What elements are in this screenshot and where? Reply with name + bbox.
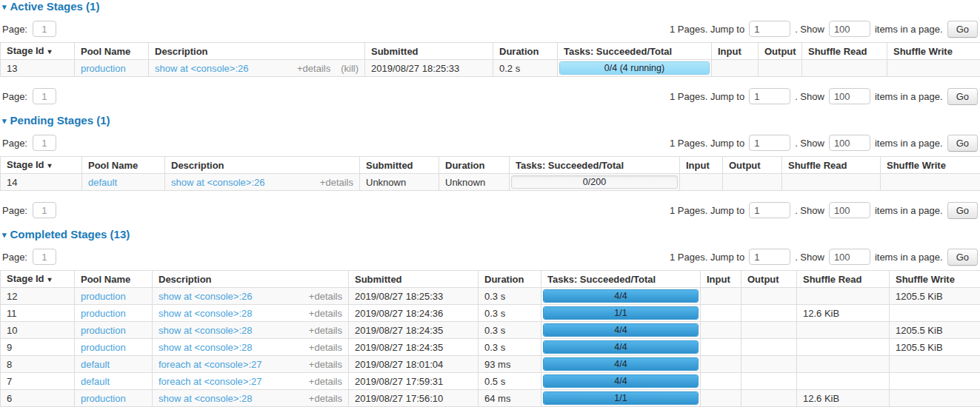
page-size-input[interactable] (829, 202, 870, 218)
go-button[interactable]: Go (947, 88, 978, 105)
col-header-shuffle-read[interactable]: Shuffle Read (797, 271, 890, 288)
kill-link[interactable]: (kill) (341, 63, 359, 74)
description-link[interactable]: foreach at <console>:27 (159, 359, 262, 370)
page-number-input[interactable] (33, 202, 56, 218)
duration-cell-text: 93 ms (484, 359, 510, 370)
description-link[interactable]: show at <console>:28 (159, 308, 252, 319)
details-toggle[interactable]: +details (309, 359, 342, 370)
col-header-tasks[interactable]: Tasks: Succeeded/Total (541, 271, 701, 288)
col-header-description[interactable]: Description (165, 157, 360, 174)
duration-cell: Unknown (439, 174, 510, 191)
details-toggle[interactable]: +details (309, 342, 342, 353)
col-header-output[interactable]: Output (759, 43, 802, 60)
col-header-submitted[interactable]: Submitted (365, 43, 493, 60)
jump-to-page-input[interactable] (749, 88, 790, 104)
page-number-input[interactable] (33, 21, 56, 37)
col-header-output[interactable]: Output (723, 157, 782, 174)
details-toggle[interactable]: +details (320, 177, 353, 188)
jump-to-page-input[interactable] (749, 202, 790, 218)
details-toggle[interactable]: +details (297, 63, 330, 74)
col-header-input[interactable]: Input (712, 43, 759, 60)
show-label: . Show (795, 138, 824, 149)
submitted-cell-text: 2019/08/27 18:25:33 (355, 291, 443, 302)
col-header-shuffle-write[interactable]: Shuffle Write (881, 157, 980, 174)
pool-name-link[interactable]: default (88, 177, 117, 188)
go-button[interactable]: Go (947, 21, 978, 38)
pool-name-link[interactable]: production (81, 308, 126, 319)
description-link[interactable]: show at <console>:28 (159, 342, 252, 353)
col-header-label: Tasks: Succeeded/Total (516, 160, 624, 171)
col-header-pool-name[interactable]: Pool Name (75, 43, 149, 60)
go-button[interactable]: Go (947, 202, 978, 219)
col-header-tasks[interactable]: Tasks: Succeeded/Total (510, 157, 680, 174)
col-header-shuffle-read[interactable]: Shuffle Read (782, 157, 881, 174)
page-number-input[interactable] (33, 135, 56, 151)
section-title-pending[interactable]: ▾Pending Stages (1) (0, 115, 980, 127)
page-size-input[interactable] (829, 135, 870, 151)
description-link[interactable]: show at <console>:28 (159, 325, 252, 336)
description-link[interactable]: show at <console>:26 (155, 63, 248, 74)
section-title-text: Completed Stages (13) (10, 229, 130, 240)
details-toggle[interactable]: +details (309, 325, 342, 336)
col-header-output[interactable]: Output (741, 271, 797, 288)
pool-name-link[interactable]: production (81, 63, 126, 74)
col-header-submitted[interactable]: Submitted (349, 271, 479, 288)
duration-cell: 93 ms (479, 356, 541, 373)
description-link[interactable]: show at <console>:28 (159, 393, 252, 404)
details-toggle[interactable]: +details (309, 393, 342, 404)
details-toggle[interactable]: +details (309, 376, 342, 387)
jump-to-page-input[interactable] (749, 21, 790, 37)
col-header-shuffle-read[interactable]: Shuffle Read (802, 43, 887, 60)
col-header-duration[interactable]: Duration (493, 43, 558, 60)
stage-row: 8defaultforeach at <console>:27+details2… (1, 356, 980, 373)
shuffle-write-cell-text: 1205.5 KiB (896, 325, 943, 336)
section-title-completed[interactable]: ▾Completed Stages (13) (0, 229, 980, 240)
col-header-pool-name[interactable]: Pool Name (75, 271, 153, 288)
description-link[interactable]: show at <console>:26 (159, 291, 252, 302)
col-header-label: Output (729, 160, 761, 171)
col-header-description[interactable]: Description (153, 271, 349, 288)
details-toggle[interactable]: +details (309, 291, 342, 302)
jump-to-page-input[interactable] (749, 135, 790, 151)
col-header-duration[interactable]: Duration (479, 271, 541, 288)
pagination-bar: Page:1 Pages. Jump to. Showitems in a pa… (0, 248, 980, 266)
input-cell (680, 174, 723, 191)
jump-to-page-input[interactable] (749, 249, 790, 265)
col-header-shuffle-write[interactable]: Shuffle Write (887, 43, 980, 60)
description-link[interactable]: show at <console>:26 (171, 177, 264, 188)
pages-count-text: 1 Pages. Jump to (670, 205, 744, 216)
pool-name-link[interactable]: production (81, 342, 126, 353)
pool-name-link[interactable]: default (81, 376, 110, 387)
col-header-input[interactable]: Input (701, 271, 741, 288)
go-button[interactable]: Go (947, 135, 978, 152)
page-number-input[interactable] (33, 249, 56, 265)
col-header-submitted[interactable]: Submitted (360, 157, 439, 174)
page-size-input[interactable] (829, 88, 870, 104)
go-button[interactable]: Go (947, 249, 978, 266)
col-header-pool-name[interactable]: Pool Name (82, 157, 165, 174)
col-header-label: Duration (445, 160, 484, 171)
task-progress-bar: 4/4 (543, 289, 699, 303)
col-header-stage-id[interactable]: Stage Id▾ (1, 43, 75, 60)
col-header-input[interactable]: Input (680, 157, 723, 174)
col-header-shuffle-write[interactable]: Shuffle Write (890, 271, 980, 288)
shuffle-read-cell (797, 322, 890, 339)
pool-name-link[interactable]: production (81, 325, 126, 336)
submitted-cell: 2019/08/27 18:24:35 (349, 322, 479, 339)
pool-name-link[interactable]: production (81, 291, 126, 302)
page-size-input[interactable] (829, 21, 870, 37)
page-number-input[interactable] (33, 88, 56, 104)
col-header-tasks[interactable]: Tasks: Succeeded/Total (558, 43, 712, 60)
description-link[interactable]: foreach at <console>:27 (159, 376, 262, 387)
stage-id-cell-text: 9 (7, 342, 12, 353)
details-toggle[interactable]: +details (309, 308, 342, 319)
col-header-stage-id[interactable]: Stage Id▾ (1, 271, 75, 288)
col-header-duration[interactable]: Duration (439, 157, 510, 174)
section-title-active[interactable]: ▾Active Stages (1) (0, 1, 980, 13)
pool-name-link[interactable]: default (81, 359, 110, 370)
col-header-description[interactable]: Description (149, 43, 365, 60)
col-header-stage-id[interactable]: Stage Id▾ (1, 157, 82, 174)
page-size-input[interactable] (829, 249, 870, 265)
stage-id-cell-text: 13 (7, 63, 17, 74)
pool-name-link[interactable]: production (81, 393, 126, 404)
